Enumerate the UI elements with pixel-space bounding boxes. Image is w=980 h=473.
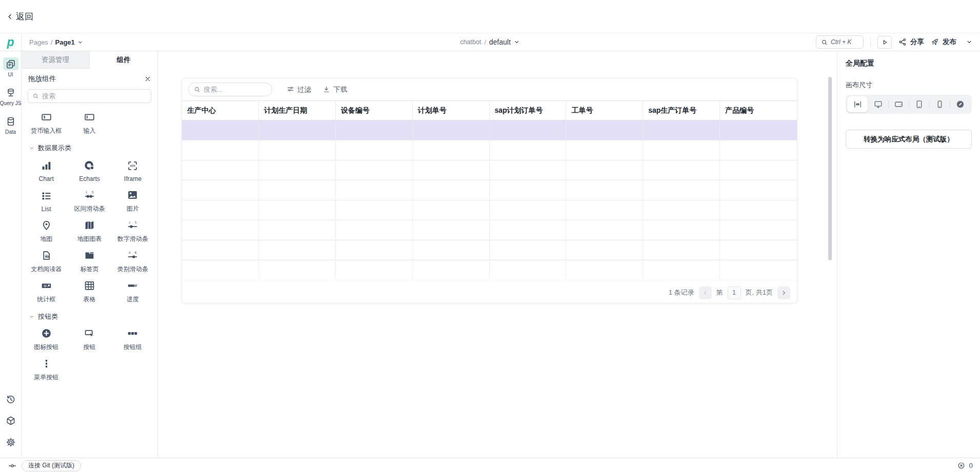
table-cell[interactable] bbox=[259, 140, 336, 160]
widget-card[interactable]: 地图图表 bbox=[68, 215, 111, 245]
table-cell[interactable] bbox=[643, 120, 720, 140]
canvas-size-fluid-width[interactable] bbox=[847, 96, 868, 112]
app-env-selector[interactable]: chatbot / default bbox=[460, 33, 520, 51]
table-cell[interactable] bbox=[413, 180, 490, 200]
table-cell[interactable] bbox=[182, 220, 259, 240]
table-cell[interactable] bbox=[413, 120, 490, 140]
table-cell[interactable] bbox=[336, 220, 413, 240]
column-header[interactable]: 产品编号 bbox=[720, 101, 797, 120]
table-cell[interactable] bbox=[182, 120, 259, 140]
table-row[interactable] bbox=[182, 200, 797, 220]
table-cell[interactable] bbox=[259, 180, 336, 200]
table-cell[interactable] bbox=[720, 140, 797, 160]
table-row[interactable] bbox=[182, 240, 797, 260]
table-cell[interactable] bbox=[413, 240, 490, 260]
table-cell[interactable] bbox=[490, 160, 567, 180]
table-cell[interactable] bbox=[566, 180, 643, 200]
table-cell[interactable] bbox=[720, 240, 797, 260]
cube-icon[interactable] bbox=[6, 416, 16, 426]
table-cell[interactable] bbox=[336, 140, 413, 160]
table-cell[interactable] bbox=[720, 260, 797, 280]
table-cell[interactable] bbox=[566, 140, 643, 160]
table-row[interactable] bbox=[182, 180, 797, 200]
widget-card[interactable]: 地图 bbox=[25, 215, 68, 245]
table-cell[interactable] bbox=[490, 120, 567, 140]
column-header[interactable]: sap计划订单号 bbox=[490, 101, 567, 120]
widget-card[interactable]: $货币输入框 bbox=[25, 107, 68, 137]
column-header[interactable]: 计划单号 bbox=[413, 101, 490, 120]
table-cell[interactable] bbox=[259, 240, 336, 260]
table-widget[interactable]: 过滤 下载 生产中心计划生产日期设备编号计划单号sap计划订单号工单号sap生产… bbox=[182, 78, 797, 303]
table-cell[interactable] bbox=[720, 180, 797, 200]
table-row[interactable] bbox=[182, 140, 797, 160]
error-circle-icon[interactable] bbox=[957, 462, 965, 469]
widget-card[interactable]: 表格 bbox=[68, 276, 111, 306]
canvas-size-tablet-portrait[interactable] bbox=[909, 96, 929, 112]
table-cell[interactable] bbox=[566, 160, 643, 180]
table-cell[interactable] bbox=[643, 140, 720, 160]
table-cell[interactable] bbox=[720, 160, 797, 180]
widget-card[interactable]: 按钮 bbox=[68, 323, 111, 354]
widget-card[interactable]: 按钮组 bbox=[111, 323, 154, 354]
table-cell[interactable] bbox=[720, 120, 797, 140]
widget-card[interactable]: 12统计框 bbox=[25, 276, 68, 306]
table-cell[interactable] bbox=[413, 260, 490, 280]
widget-section-header[interactable]: 数据展示类 bbox=[25, 137, 154, 155]
canvas-size-tablet-landscape[interactable] bbox=[888, 96, 909, 112]
convert-responsive-button[interactable]: 转换为响应式布局（测试版） bbox=[846, 130, 972, 149]
widget-card[interactable]: Chart bbox=[25, 155, 68, 185]
table-cell[interactable] bbox=[643, 180, 720, 200]
back-button[interactable]: 返回 bbox=[7, 11, 33, 23]
table-cell[interactable] bbox=[720, 200, 797, 220]
widget-card[interactable]: 15区间滑动条 bbox=[68, 185, 111, 215]
table-cell[interactable] bbox=[336, 180, 413, 200]
close-icon[interactable] bbox=[145, 76, 151, 82]
table-cell[interactable] bbox=[413, 200, 490, 220]
widget-search-input[interactable] bbox=[42, 92, 147, 100]
table-cell[interactable] bbox=[259, 260, 336, 280]
table-cell[interactable] bbox=[182, 160, 259, 180]
table-search-input[interactable] bbox=[204, 86, 267, 93]
table-cell[interactable] bbox=[566, 200, 643, 220]
publish-menu-chevron-icon[interactable] bbox=[966, 39, 972, 45]
widget-card[interactable]: PDF文档阅读器 bbox=[25, 245, 68, 276]
table-cell[interactable] bbox=[259, 120, 336, 140]
widget-card[interactable]: 输入 bbox=[68, 107, 111, 137]
canvas-size-desktop[interactable] bbox=[868, 96, 888, 112]
rail-item-query-js[interactable]: Query JS bbox=[0, 86, 21, 106]
column-header[interactable]: sap生产订单号 bbox=[643, 101, 720, 120]
canvas-scrollbar[interactable] bbox=[828, 77, 832, 260]
tab-widgets[interactable]: 组件 bbox=[89, 51, 157, 69]
widget-card[interactable]: 15数字滑动条 bbox=[111, 215, 154, 245]
widget-card[interactable]: Echarts bbox=[68, 155, 111, 185]
table-cell[interactable] bbox=[566, 120, 643, 140]
widget-card[interactable]: AB类别滑动条 bbox=[111, 245, 154, 276]
history-icon[interactable] bbox=[6, 394, 16, 404]
table-cell[interactable] bbox=[643, 260, 720, 280]
table-row[interactable] bbox=[182, 160, 797, 180]
table-row[interactable] bbox=[182, 120, 797, 140]
table-cell[interactable] bbox=[182, 240, 259, 260]
table-cell[interactable] bbox=[336, 200, 413, 220]
table-cell[interactable] bbox=[566, 240, 643, 260]
table-cell[interactable] bbox=[643, 220, 720, 240]
table-cell[interactable] bbox=[336, 160, 413, 180]
page-number-input[interactable] bbox=[728, 286, 741, 299]
column-header[interactable]: 生产中心 bbox=[182, 101, 259, 120]
table-cell[interactable] bbox=[490, 140, 567, 160]
widget-section-header[interactable]: 按钮类 bbox=[25, 306, 154, 323]
omnibar-search-button[interactable]: Ctrl + K bbox=[816, 35, 864, 49]
column-header[interactable]: 工单号 bbox=[566, 101, 643, 120]
prev-page-button[interactable] bbox=[699, 286, 712, 299]
gear-icon[interactable] bbox=[6, 437, 16, 447]
table-row[interactable] bbox=[182, 260, 797, 280]
widget-card[interactable]: 菜单按钮 bbox=[25, 354, 68, 384]
connect-git-button[interactable]: 连接 Git (测试版) bbox=[22, 460, 81, 471]
table-cell[interactable] bbox=[182, 200, 259, 220]
table-cell[interactable] bbox=[413, 140, 490, 160]
table-cell[interactable] bbox=[566, 220, 643, 240]
table-row[interactable] bbox=[182, 220, 797, 240]
table-cell[interactable] bbox=[336, 260, 413, 280]
table-cell[interactable] bbox=[336, 240, 413, 260]
table-cell[interactable] bbox=[643, 240, 720, 260]
